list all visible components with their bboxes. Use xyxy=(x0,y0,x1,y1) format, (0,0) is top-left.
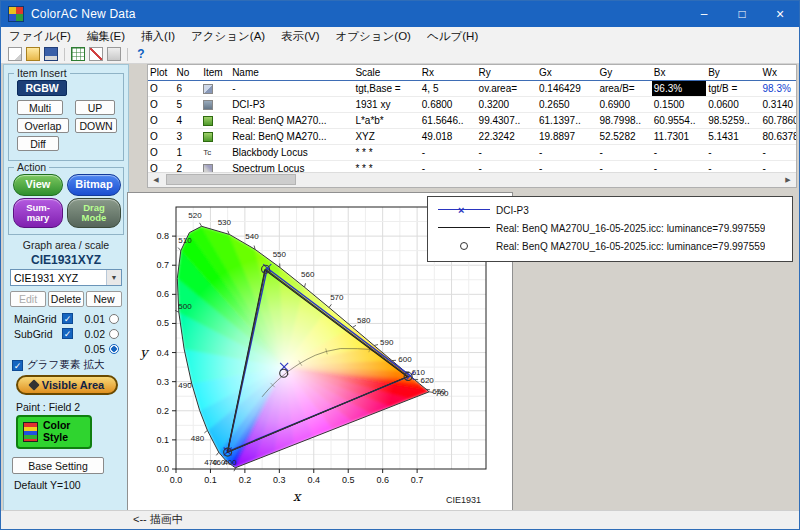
svg-text:0.4: 0.4 xyxy=(308,475,321,485)
table-cell: - xyxy=(420,145,477,161)
color-grid-icon xyxy=(23,422,38,442)
menu-item-1[interactable]: 編集(E) xyxy=(79,28,133,45)
rgbw-button[interactable]: RGBW xyxy=(17,80,67,96)
circle-marker-icon xyxy=(460,242,468,250)
default-y-label: Default Y=100 xyxy=(14,479,81,491)
table-cell: XYZ xyxy=(353,129,419,145)
menu-item-3[interactable]: アクション(A) xyxy=(183,28,273,45)
data-table: PlotNoItemNameScaleRxRyGxGyBxByWxWyLine … xyxy=(148,65,797,177)
multi-button[interactable]: Multi xyxy=(17,100,63,115)
menu-item-6[interactable]: ヘルプ(H) xyxy=(419,28,486,45)
svg-text:400: 400 xyxy=(223,458,237,467)
table-cell: O xyxy=(148,97,175,113)
menu-item-4[interactable]: 表示(V) xyxy=(273,28,327,45)
scale-select[interactable]: CIE1931 XYZ ▼ xyxy=(10,269,122,286)
table-icon[interactable] xyxy=(71,47,85,61)
table-cell: area/B= xyxy=(597,81,651,97)
real-icon xyxy=(203,116,213,126)
grid-radio-001[interactable] xyxy=(109,314,119,324)
svg-text:0.3: 0.3 xyxy=(273,475,286,485)
minimize-button[interactable]: – xyxy=(685,1,723,27)
drag-mode-button[interactable]: Drag Mode xyxy=(67,198,121,228)
help-icon[interactable]: ? xyxy=(134,47,148,61)
table-cell: - xyxy=(537,145,597,161)
menu-item-0[interactable]: ファイル(F) xyxy=(1,28,79,45)
delete-button[interactable]: Delete xyxy=(48,291,84,307)
table-row[interactable]: O6-tgt,Base =4, 5ov.area=0.146429area/B=… xyxy=(148,81,797,97)
edit-button[interactable]: Edit xyxy=(10,291,46,307)
table-row[interactable]: O4Real: BenQ MA270...L*a*b*61.5646..99.4… xyxy=(148,113,797,129)
zoom-checkbox[interactable] xyxy=(12,360,23,371)
visible-area-button[interactable]: Visible Area xyxy=(16,375,118,395)
title-bar: ColorAC New Data – □ × xyxy=(1,1,799,27)
settings-icon[interactable] xyxy=(107,47,121,61)
legend-label: Real: BenQ MA270U_16-05-2025.icc: lumina… xyxy=(496,241,765,252)
column-header: Scale xyxy=(353,65,419,81)
table-cell: 5 xyxy=(175,97,202,113)
table-cell: 80.6378 xyxy=(760,129,797,145)
chevron-down-icon[interactable]: ▼ xyxy=(106,270,121,285)
table-row[interactable]: O3Real: BenQ MA270...XYZ49.01822.324219.… xyxy=(148,129,797,145)
visible-area-label: Visible Area xyxy=(42,379,104,391)
close-button[interactable]: × xyxy=(761,1,799,27)
maximize-button[interactable]: □ xyxy=(723,1,761,27)
svg-text:570: 570 xyxy=(330,293,344,302)
diff-button[interactable]: Diff xyxy=(17,136,59,151)
chart-icon[interactable] xyxy=(89,47,103,61)
zoom-label: グラフ要素 拡大 xyxy=(27,358,104,372)
up-button[interactable]: UP xyxy=(75,100,115,115)
scroll-right-icon[interactable]: ▶ xyxy=(780,173,796,186)
bitmap-button[interactable]: Bitmap xyxy=(67,174,121,196)
svg-text:470: 470 xyxy=(204,458,218,467)
save-icon[interactable] xyxy=(44,47,58,61)
grid-radio-005[interactable] xyxy=(109,344,119,354)
grid-radio-002[interactable] xyxy=(109,329,119,339)
app-window: ColorAC New Data – □ × ファイル(F)編集(E)挿入(I)… xyxy=(0,0,800,530)
dci-icon xyxy=(203,100,213,110)
subgrid-checkbox[interactable] xyxy=(62,328,73,339)
table-cell: tgt,Base = xyxy=(353,81,419,97)
svg-text:700: 700 xyxy=(435,389,449,398)
base-setting-button[interactable]: Base Setting xyxy=(12,457,104,474)
svg-text:0.5: 0.5 xyxy=(156,318,169,328)
legend-entry: Real: BenQ MA270U_16-05-2025.icc: lumina… xyxy=(432,219,792,237)
maingrid-checkbox[interactable] xyxy=(62,313,73,324)
summary-button[interactable]: Sum- mary xyxy=(13,198,63,228)
data-table-panel: PlotNoItemNameScaleRxRyGxGyBxByWxWyLine … xyxy=(147,64,797,188)
color-style-button[interactable]: Color Style xyxy=(16,415,92,449)
table-cell: 0.3200 xyxy=(477,97,537,113)
menu-item-2[interactable]: 挿入(I) xyxy=(133,28,183,45)
table-cell: - xyxy=(652,145,706,161)
svg-text:510: 510 xyxy=(178,236,192,245)
new-file-icon[interactable] xyxy=(8,47,22,61)
menu-item-5[interactable]: オプション(O) xyxy=(328,28,419,45)
svg-text:0.1: 0.1 xyxy=(156,435,169,445)
down-button[interactable]: DOWN xyxy=(75,118,117,133)
table-row[interactable]: O5DCI-P31931 xy0.68000.32000.26500.69000… xyxy=(148,97,797,113)
svg-text:520: 520 xyxy=(188,211,202,220)
legend-swatch xyxy=(432,239,496,253)
svg-text:0.6: 0.6 xyxy=(376,475,389,485)
horizontal-scrollbar[interactable]: ◀ ▶ xyxy=(148,172,796,187)
toolbar-separator xyxy=(64,48,65,61)
table-cell: 49.018 xyxy=(420,129,477,145)
svg-text:0.2: 0.2 xyxy=(156,406,169,416)
new-button[interactable]: New xyxy=(86,291,122,307)
table-cell: 61.1397.. xyxy=(537,113,597,129)
open-folder-icon[interactable] xyxy=(26,47,40,61)
scroll-left-icon[interactable]: ◀ xyxy=(148,173,164,186)
table-row[interactable]: O1TcBlackbody Locus* * *--------- xyxy=(148,145,797,161)
action-group: Action View Bitmap Sum- mary Drag Mode xyxy=(8,167,124,235)
scrollbar-thumb[interactable] xyxy=(166,174,296,185)
summary-label-2: mary xyxy=(27,213,50,223)
legend-label: Real: BenQ MA270U_16-05-2025.icc: lumina… xyxy=(496,223,765,234)
table-cell: 61.5646.. xyxy=(420,113,477,129)
view-button[interactable]: View xyxy=(13,174,63,196)
svg-text:550: 550 xyxy=(273,250,287,259)
item-insert-group: Item Insert RGBW Multi UP Overlap DOWN D… xyxy=(8,73,124,161)
table-cell: 60.9554.. xyxy=(652,113,706,129)
svg-text:530: 530 xyxy=(218,218,232,227)
table-cell: - xyxy=(760,145,797,161)
table-cell: - xyxy=(706,145,760,161)
overlap-button[interactable]: Overlap xyxy=(17,118,69,133)
